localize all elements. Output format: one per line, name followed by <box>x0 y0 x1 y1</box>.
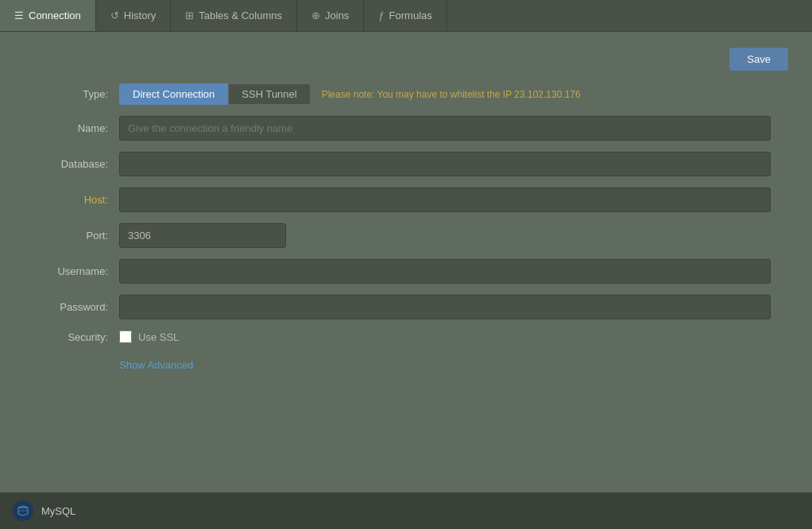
name-input[interactable] <box>119 116 771 141</box>
password-label: Password: <box>24 301 119 313</box>
name-row: Name: <box>24 116 788 141</box>
db-name-label: MySQL <box>41 505 75 517</box>
host-row: Host: <box>24 187 788 212</box>
tab-connection-label: Connection <box>29 10 81 21</box>
save-btn-container: Save <box>24 48 788 71</box>
type-row: Type: Direct Connection SSH Tunnel Pleas… <box>24 83 788 105</box>
host-label: Host: <box>24 194 119 206</box>
formulas-icon: ƒ <box>378 10 384 21</box>
port-row: Port: <box>24 223 788 248</box>
database-input[interactable] <box>119 152 771 176</box>
tab-bar: ☰ Connection ↺ History ⊞ Tables & Column… <box>0 0 812 32</box>
port-input[interactable] <box>119 223 286 248</box>
type-label: Type: <box>24 88 119 100</box>
history-icon: ↺ <box>110 10 119 21</box>
tab-joins-label: Joins <box>325 10 349 21</box>
password-input[interactable] <box>119 295 771 319</box>
save-button[interactable]: Save <box>729 48 788 71</box>
tab-tables-label: Tables & Columns <box>199 10 282 21</box>
tab-tables-columns[interactable]: ⊞ Tables & Columns <box>171 0 297 31</box>
tab-history[interactable]: ↺ History <box>96 0 171 31</box>
security-row: Security: Use SSL <box>24 330 788 343</box>
security-label: Security: <box>24 331 119 343</box>
password-row: Password: <box>24 295 788 319</box>
ssl-label[interactable]: Use SSL <box>138 331 179 343</box>
port-label: Port: <box>24 230 119 241</box>
database-row: Database: <box>24 152 788 176</box>
tab-formulas-label: Formulas <box>389 10 432 21</box>
main-content: Save Type: Direct Connection SSH Tunnel … <box>0 32 812 529</box>
username-row: Username: <box>24 259 788 284</box>
name-label: Name: <box>24 122 119 134</box>
show-advanced-link[interactable]: Show Advanced <box>119 359 193 371</box>
tables-icon: ⊞ <box>185 10 194 21</box>
connection-icon: ☰ <box>14 10 24 21</box>
security-controls: Use SSL <box>119 330 179 343</box>
username-label: Username: <box>24 265 119 277</box>
direct-connection-button[interactable]: Direct Connection <box>119 83 228 105</box>
notice-text: Please note: You may have to whitelist t… <box>322 89 581 100</box>
database-label: Database: <box>24 158 119 170</box>
tab-history-label: History <box>124 10 156 21</box>
type-controls: Direct Connection SSH Tunnel Please note… <box>119 83 581 105</box>
host-input[interactable] <box>119 187 771 212</box>
mysql-icon <box>13 500 33 521</box>
ssh-tunnel-button[interactable]: SSH Tunnel <box>228 83 310 105</box>
tab-joins[interactable]: ⊕ Joins <box>297 0 364 31</box>
tab-formulas[interactable]: ƒ Formulas <box>364 0 447 31</box>
tab-connection[interactable]: ☰ Connection <box>0 0 96 31</box>
bottom-bar: MySQL <box>0 492 812 529</box>
ssl-checkbox[interactable] <box>119 330 132 343</box>
joins-icon: ⊕ <box>311 10 320 21</box>
username-input[interactable] <box>119 259 771 284</box>
